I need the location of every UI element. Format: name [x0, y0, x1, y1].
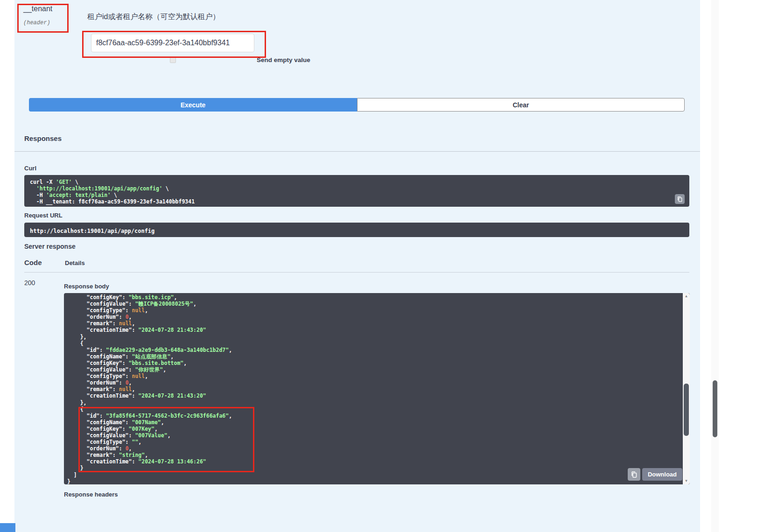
copy-response-button[interactable] — [628, 468, 640, 481]
clear-button[interactable]: Clear — [357, 98, 685, 112]
curl-label: Curl — [24, 165, 36, 172]
clipboard-icon — [631, 471, 638, 478]
page-scrollbar[interactable] — [711, 0, 719, 532]
table-code-header: Code — [24, 259, 42, 266]
send-empty-label: Send empty value — [257, 56, 310, 63]
tenant-input[interactable] — [91, 34, 254, 52]
clipboard-icon — [677, 196, 683, 202]
table-header-divider — [24, 272, 689, 273]
response-body-scrollbar[interactable]: ▲ ▼ — [683, 293, 690, 484]
response-body-block: "configKey": "bbs.site.icp", "configValu… — [64, 293, 690, 484]
parameter-name: __tenant — [23, 5, 52, 13]
send-empty-checkbox[interactable] — [170, 57, 176, 63]
parameter-location: (header) — [23, 20, 50, 26]
operation-panel: __tenant (header) 租户id或者租户名称（可空为默认租户） Se… — [14, 0, 700, 532]
execute-button[interactable]: Execute — [29, 98, 357, 112]
scroll-up-arrow-icon[interactable]: ▲ — [683, 293, 690, 300]
request-url-block: http://localhost:19001/api/app/config — [24, 223, 689, 237]
responses-divider — [14, 151, 700, 152]
scroll-down-arrow-icon[interactable]: ▼ — [683, 478, 690, 484]
server-response-label: Server response — [24, 243, 76, 250]
response-scrollbar-thumb[interactable] — [684, 384, 689, 436]
table-details-header: Details — [65, 259, 85, 266]
page-scrollbar-thumb[interactable] — [713, 380, 717, 437]
next-opblock-edge — [0, 523, 15, 532]
page-root: __tenant (header) 租户id或者租户名称（可空为默认租户） Se… — [0, 0, 778, 532]
response-body-text: "configKey": "bbs.site.icp", "configValu… — [67, 294, 679, 484]
download-button[interactable]: Download — [642, 468, 682, 481]
status-code: 200 — [24, 279, 35, 287]
responses-section-title: Responses — [24, 134, 62, 142]
parameter-description: 租户id或者租户名称（可空为默认租户） — [87, 12, 220, 22]
copy-curl-button[interactable] — [675, 194, 685, 204]
curl-command-text: curl -X 'GET' \ 'http://localhost:19001/… — [30, 179, 684, 205]
curl-command-block: curl -X 'GET' \ 'http://localhost:19001/… — [24, 175, 689, 207]
response-headers-label: Response headers — [64, 491, 118, 498]
request-url-label: Request URL — [24, 212, 63, 219]
request-url-text: http://localhost:19001/api/app/config — [30, 228, 154, 234]
response-body-label: Response body — [64, 283, 109, 290]
